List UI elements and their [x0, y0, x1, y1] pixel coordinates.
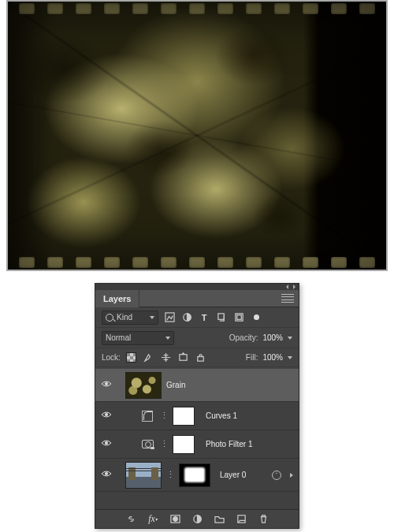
visibility-toggle[interactable] — [100, 468, 113, 482]
eye-icon — [101, 437, 112, 448]
layer-list: Grain ⋮ Curves 1 ⋮ Photo F — [95, 369, 299, 509]
chevron-down-icon — [165, 337, 170, 340]
svg-point-7 — [105, 382, 108, 385]
layers-panel: Layers Kind T Normal — [95, 283, 299, 529]
layer-thumbnail[interactable] — [125, 462, 162, 489]
lock-row: Lock: Fill: 100% — [95, 348, 299, 367]
visibility-toggle[interactable] — [100, 437, 113, 451]
chevron-right-icon[interactable] — [290, 473, 293, 478]
add-mask-button[interactable] — [169, 514, 180, 525]
lock-transparency-icon[interactable] — [125, 352, 138, 364]
filter-kind-select[interactable]: Kind — [102, 311, 158, 325]
visibility-toggle[interactable] — [100, 378, 113, 392]
svg-rect-4 — [236, 315, 241, 320]
filter-adjustment-icon[interactable] — [180, 311, 193, 324]
blend-mode-value: Normal — [106, 333, 131, 342]
layer-row[interactable]: ⋮ Photo Filter 1 — [95, 430, 299, 459]
delete-layer-button[interactable] — [258, 514, 269, 525]
layer-name[interactable]: Grain — [166, 381, 185, 389]
lock-artboard-icon[interactable] — [177, 352, 190, 364]
svg-point-8 — [105, 413, 108, 416]
panel-menu-button[interactable] — [281, 294, 294, 303]
eye-icon — [101, 409, 112, 420]
filter-kind-label: Kind — [117, 313, 132, 322]
layer-name[interactable]: Photo Filter 1 — [206, 440, 252, 448]
filter-expand-icon[interactable]: ˇ — [272, 471, 281, 480]
eye-icon — [101, 468, 112, 479]
svg-rect-6 — [198, 357, 203, 362]
filter-pixel-icon[interactable] — [163, 311, 176, 324]
new-group-button[interactable] — [214, 514, 225, 525]
curves-icon[interactable] — [139, 408, 155, 424]
lock-label: Lock: — [102, 353, 121, 362]
layer-name[interactable]: Layer 0 — [220, 471, 246, 479]
layer-mask-thumbnail[interactable] — [173, 407, 195, 426]
mask-link-icon[interactable]: ⋮ — [160, 411, 168, 421]
chevron-down-icon — [150, 316, 154, 319]
film-sprockets-bottom — [8, 255, 386, 270]
blend-row: Normal Opacity: 100% — [95, 328, 299, 348]
fill-value[interactable]: 100% — [262, 353, 283, 362]
filter-smartobject-icon[interactable] — [232, 311, 245, 324]
eye-icon — [101, 378, 112, 389]
opacity-value[interactable]: 100% — [262, 333, 283, 342]
svg-point-12 — [173, 517, 177, 522]
new-layer-button[interactable] — [236, 514, 247, 525]
filter-type-icon[interactable]: T — [198, 311, 210, 324]
chevron-down-icon[interactable] — [288, 337, 292, 340]
layer-mask-thumbnail[interactable] — [179, 463, 210, 487]
canvas-content — [8, 2, 386, 270]
chevron-down-icon[interactable] — [288, 356, 292, 359]
lock-all-icon[interactable] — [195, 352, 207, 364]
layer-thumbnail[interactable] — [125, 372, 162, 399]
opacity-label: Opacity: — [229, 333, 258, 342]
svg-rect-2 — [217, 314, 223, 319]
layer-row[interactable]: Grain — [95, 369, 299, 402]
search-icon — [106, 314, 113, 322]
filter-shape-icon[interactable] — [215, 311, 228, 324]
photo-filter-icon[interactable] — [139, 437, 155, 452]
tab-layers-label: Layers — [103, 294, 131, 303]
lock-position-icon[interactable] — [160, 352, 173, 364]
filter-toggle-icon[interactable] — [250, 311, 262, 324]
mask-link-icon[interactable]: ⋮ — [166, 470, 174, 480]
document-canvas[interactable] — [6, 0, 388, 271]
layer-filter-row: Kind T — [95, 307, 299, 328]
mask-link-icon[interactable]: ⋮ — [160, 439, 168, 449]
svg-point-9 — [105, 441, 108, 445]
svg-point-10 — [105, 472, 108, 475]
layer-mask-thumbnail[interactable] — [173, 435, 195, 454]
visibility-spacer — [117, 379, 121, 392]
new-adjustment-button[interactable] — [191, 514, 203, 525]
lock-pixels-icon[interactable] — [143, 352, 155, 364]
layers-bottom-toolbar: fx▾ — [95, 509, 299, 528]
layer-row[interactable]: ⋮ Layer 0 ˇ — [95, 459, 299, 492]
layer-style-button[interactable]: fx▾ — [147, 514, 158, 525]
layer-name[interactable]: Curves 1 — [206, 411, 237, 420]
tab-layers[interactable]: Layers — [95, 290, 139, 307]
layer-row[interactable]: ⋮ Curves 1 — [95, 402, 299, 430]
collapse-right-icon — [293, 285, 296, 289]
collapse-left-icon — [286, 285, 288, 289]
link-layers-button[interactable] — [125, 514, 136, 525]
visibility-toggle[interactable] — [100, 409, 113, 422]
film-sprockets-top — [8, 2, 386, 16]
blend-mode-select[interactable]: Normal — [102, 331, 174, 345]
svg-rect-5 — [180, 355, 187, 360]
fill-label: Fill: — [246, 353, 258, 362]
